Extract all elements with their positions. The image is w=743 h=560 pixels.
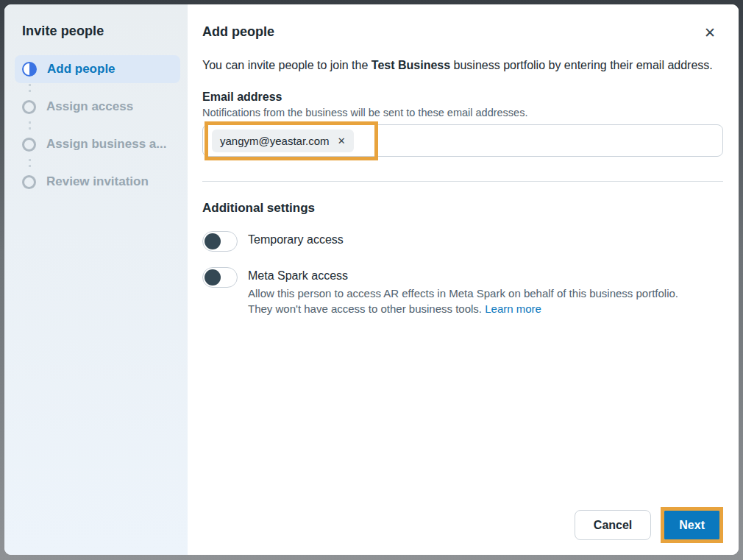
close-button[interactable]: ✕: [700, 24, 720, 41]
step-circle-icon: [22, 138, 36, 152]
page-title: Add people: [202, 24, 274, 40]
sidebar-step-assign-access[interactable]: Assign access: [15, 93, 180, 121]
step-connector: [29, 159, 31, 167]
step-connector: [29, 121, 31, 130]
step-label: Review invitation: [46, 174, 149, 189]
email-address-help: Notifications from the business will be …: [202, 107, 723, 118]
chip-remove-button[interactable]: ✕: [338, 136, 346, 146]
sidebar-title: Invite people: [22, 24, 180, 39]
panel-header: Add people ✕: [202, 24, 723, 41]
email-address-input[interactable]: yangym@yeastar.com ✕: [202, 124, 723, 157]
step-circle-icon: [22, 100, 36, 114]
step-label: Add people: [47, 62, 115, 77]
meta-spark-access-label: Meta Spark access: [248, 267, 704, 283]
business-name: Test Business: [372, 59, 450, 71]
email-chip-text: yangym@yeastar.com: [220, 135, 330, 147]
sidebar-step-review-invitation[interactable]: Review invitation: [15, 168, 180, 196]
email-chip: yangym@yeastar.com ✕: [212, 130, 354, 152]
meta-spark-access-description: Allow this person to access AR effects i…: [248, 286, 704, 316]
toggle-knob-icon: [205, 233, 221, 249]
next-button[interactable]: Next: [664, 511, 719, 539]
chip-remove-icon: ✕: [338, 135, 346, 146]
invite-people-dialog: Invite people Add people Assign access A…: [4, 4, 739, 555]
meta-spark-access-row: Meta Spark access Allow this person to a…: [202, 267, 723, 316]
add-people-panel: Add people ✕ You can invite people to jo…: [188, 4, 739, 555]
learn-more-link[interactable]: Learn more: [485, 302, 541, 315]
step-connector: [29, 84, 31, 92]
dialog-footer: Cancel Next: [575, 507, 723, 543]
cancel-button[interactable]: Cancel: [575, 510, 651, 540]
additional-settings-title: Additional settings: [202, 201, 723, 216]
step-progress-icon: [22, 62, 37, 77]
temporary-access-toggle[interactable]: [202, 231, 238, 252]
temporary-access-label: Temporary access: [248, 231, 344, 247]
sidebar-step-assign-business-assets[interactable]: Assign business a...: [15, 130, 180, 158]
temporary-access-row: Temporary access: [202, 231, 723, 252]
intro-prefix: You can invite people to join the: [202, 59, 372, 71]
meta-spark-access-content: Meta Spark access Allow this person to a…: [248, 267, 704, 316]
sidebar-step-add-people[interactable]: Add people: [15, 55, 180, 83]
intro-suffix: business portfolio by entering their ema…: [450, 59, 713, 71]
step-label: Assign access: [46, 99, 133, 114]
section-divider: [202, 181, 723, 182]
description-text: Allow this person to access AR effects i…: [248, 287, 678, 315]
step-label: Assign business a...: [46, 137, 166, 152]
meta-spark-access-toggle[interactable]: [202, 267, 238, 288]
close-icon: ✕: [704, 24, 716, 40]
toggle-knob-icon: [205, 269, 221, 286]
wizard-sidebar: Invite people Add people Assign access A…: [4, 4, 188, 555]
next-highlight-annotation: Next: [661, 507, 723, 543]
email-address-label: Email address: [202, 91, 723, 104]
intro-text: You can invite people to join the Test B…: [202, 55, 717, 75]
step-circle-icon: [22, 175, 36, 189]
